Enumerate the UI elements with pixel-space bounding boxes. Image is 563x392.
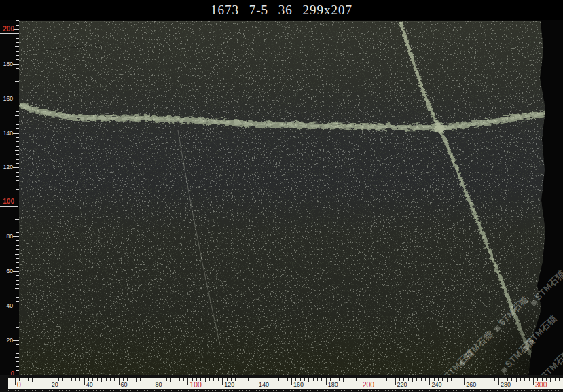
bottom-ruler-tick [335, 378, 335, 381]
bottom-ruler-tick [84, 378, 85, 385]
left-ruler-tick [13, 99, 19, 99]
left-ruler-tick [16, 189, 19, 190]
left-ruler-tick [13, 64, 19, 65]
bottom-ruler-tick [317, 378, 318, 381]
bottom-ruler-tick [32, 378, 33, 382]
left-ruler-label-underline [0, 33, 18, 34]
bottom-ruler-tick [425, 378, 426, 381]
bottom-ruler-tick [179, 378, 180, 381]
bottom-ruler-tick [550, 378, 551, 382]
bottom-ruler-tick [429, 378, 430, 385]
left-ruler: 020406080100120140160180200 [0, 20, 19, 378]
left-ruler-tick [16, 297, 19, 298]
left-ruler-tick [13, 167, 19, 168]
bottom-ruler-tick [205, 378, 206, 382]
bottom-ruler-tick [145, 378, 145, 381]
bottom-ruler-tick [261, 378, 261, 381]
left-ruler-tick [15, 219, 19, 220]
bottom-ruler-tick [395, 378, 396, 385]
left-ruler-tick [16, 275, 19, 276]
bottom-ruler-tick [114, 378, 115, 381]
left-ruler-label: 160 [0, 95, 13, 102]
bottom-ruler-label: 280 [501, 381, 511, 388]
bottom-ruler-tick [403, 378, 404, 381]
bottom-ruler-tick [50, 378, 50, 385]
bottom-ruler-tick [170, 378, 171, 382]
bottom-ruler-tick [399, 378, 400, 381]
left-ruler-tick [16, 336, 19, 336]
bottom-ruler-tick [416, 378, 417, 381]
left-ruler-tick [16, 25, 19, 26]
bottom-ruler-tick [291, 378, 292, 385]
bottom-ruler-tick [295, 378, 296, 381]
left-ruler-label: 140 [0, 130, 13, 137]
left-ruler-tick [16, 353, 19, 354]
left-ruler-tick [13, 306, 19, 306]
left-ruler-tick [16, 103, 19, 103]
bottom-ruler-tick [119, 378, 120, 385]
bottom-ruler: 0204060801001201401601802002202402602803… [0, 375, 563, 392]
bottom-ruler-tick [79, 378, 80, 381]
left-ruler-tick [16, 94, 19, 94]
left-ruler-tick [16, 154, 19, 155]
left-ruler-tick [16, 332, 19, 332]
left-ruler-tick [15, 185, 19, 185]
bottom-ruler-tick [382, 378, 382, 381]
bottom-ruler-tick [227, 378, 228, 381]
left-ruler-tick [16, 315, 19, 315]
bottom-ruler-tick [162, 378, 162, 381]
bottom-ruler-tick [132, 378, 132, 381]
bottom-ruler-tick [460, 378, 460, 381]
left-ruler-tick [15, 115, 19, 116]
bottom-ruler-tick [270, 378, 270, 381]
bottom-ruler-label: 260 [466, 381, 476, 388]
left-ruler-tick [16, 111, 19, 112]
left-ruler-tick [16, 361, 19, 362]
bottom-ruler-tick [209, 378, 210, 381]
left-ruler-label: 60 [0, 268, 13, 274]
bottom-ruler-tick [503, 378, 503, 381]
bottom-ruler-tick [326, 378, 327, 385]
bottom-ruler-label: 20 [52, 381, 58, 388]
left-ruler-label: 180 [0, 60, 13, 67]
left-ruler-tick [16, 180, 19, 181]
bottom-ruler-tick [140, 378, 141, 381]
bottom-ruler-tick [511, 378, 512, 381]
bottom-ruler-label: 0 [17, 380, 21, 389]
left-ruler-tick [16, 68, 19, 69]
bottom-ruler-tick [361, 378, 361, 385]
bottom-ruler-tick [283, 378, 283, 381]
bottom-ruler-tick [187, 378, 188, 385]
bottom-ruler-label: 80 [155, 381, 162, 388]
bottom-ruler-tick [559, 378, 560, 381]
left-ruler-tick [16, 228, 19, 228]
bottom-ruler-tick [231, 378, 232, 381]
bottom-ruler-tick [490, 378, 490, 381]
bottom-ruler-tick [555, 378, 556, 381]
left-ruler-tick [16, 38, 19, 39]
bottom-ruler-tick [75, 378, 76, 381]
bottom-ruler-tick [274, 378, 274, 382]
bottom-ruler-tick [244, 378, 244, 381]
bottom-ruler-tick [158, 378, 158, 381]
left-ruler-tick [16, 366, 19, 367]
left-ruler-tick [16, 319, 19, 319]
left-ruler-tick [16, 310, 19, 310]
left-ruler-label: 80 [0, 233, 13, 240]
bottom-ruler-tick [92, 378, 93, 381]
bottom-ruler-tick [442, 378, 443, 381]
bottom-ruler-tick [153, 378, 153, 385]
bottom-ruler-tick [529, 378, 530, 381]
bottom-ruler-tick [106, 378, 107, 381]
left-ruler-tick [16, 211, 19, 211]
left-ruler-tick [16, 280, 19, 281]
bottom-ruler-tick [62, 378, 63, 381]
bottom-ruler-tick [67, 378, 67, 382]
bottom-ruler-label: 180 [328, 381, 338, 388]
bottom-ruler-tick [434, 378, 435, 381]
bottom-ruler-tick [266, 378, 266, 381]
bottom-ruler-tick [321, 378, 322, 381]
slab-title: 1673 7-5 36 299x207 [211, 3, 352, 18]
left-ruler-tick [16, 176, 19, 177]
bottom-ruler-tick [451, 378, 452, 381]
